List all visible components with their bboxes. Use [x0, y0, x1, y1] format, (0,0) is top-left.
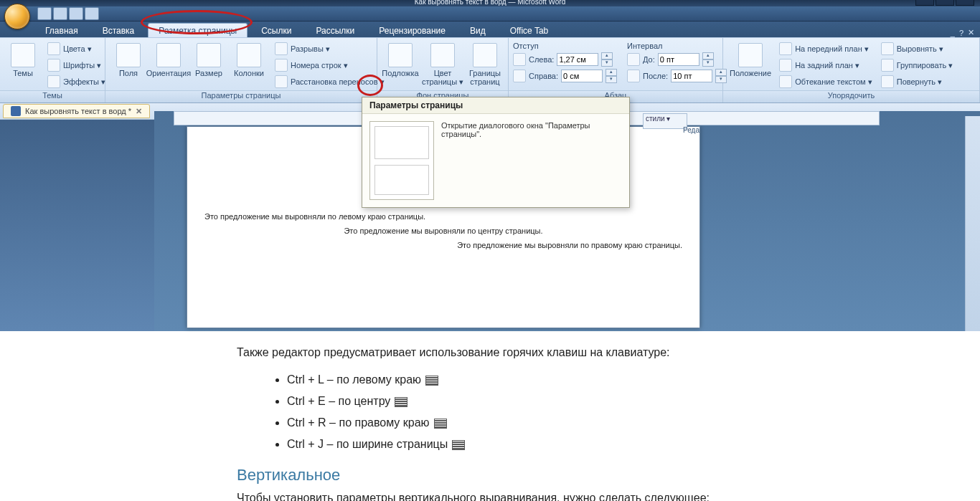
maximize-button[interactable] — [936, 0, 954, 6]
align-button[interactable]: Выровнять ▾ — [878, 41, 956, 57]
ribbon-close-icon[interactable]: ✕ — [968, 28, 974, 37]
spin-up-icon[interactable]: ▴ — [606, 69, 617, 76]
line-numbers-button[interactable]: Номера строк ▾ — [272, 57, 387, 73]
tab-page-layout[interactable]: Разметка страницы — [148, 23, 248, 37]
close-button[interactable] — [956, 0, 974, 6]
theme-fonts-button[interactable]: Шрифты ▾ — [44, 57, 108, 73]
editing-label-fragment: Реда — [683, 126, 699, 134]
qat-save-icon[interactable] — [37, 7, 52, 20]
indent-right-input[interactable] — [561, 70, 603, 82]
list-item: Ctrl + R – по правому краю — [287, 414, 739, 431]
tab-mailings[interactable]: Рассылки — [305, 23, 365, 37]
watermark-icon — [388, 43, 413, 67]
tab-office-tab[interactable]: Office Tab — [499, 23, 560, 37]
columns-label: Колонки — [234, 69, 264, 77]
ribbon-body: Темы Цвета ▾ Шрифты ▾ Эффекты ▾ Темы Пол… — [0, 37, 980, 103]
bring-front-button[interactable]: На передний план ▾ — [776, 41, 875, 57]
line-numbers-label: Номера строк ▾ — [291, 61, 348, 70]
ribbon-help-area: _ ? ✕ — [951, 28, 974, 37]
spin-up-icon[interactable]: ▴ — [702, 52, 714, 59]
office-orb-button[interactable] — [4, 4, 30, 29]
spacing-before-input[interactable] — [658, 53, 699, 66]
hotkey-left: Ctrl + L – по левому краю — [287, 373, 421, 386]
indent-right-row: Справа: ▴▾ — [513, 68, 617, 84]
spacing-after-row: После: ▴▾ — [627, 68, 727, 84]
text-wrap-icon — [779, 75, 792, 88]
qat-undo-icon[interactable] — [53, 7, 67, 20]
columns-icon — [237, 43, 261, 67]
ribbon-minimize-icon[interactable]: _ — [951, 29, 955, 37]
minimize-button[interactable] — [915, 0, 934, 6]
align-center-icon — [395, 397, 407, 407]
text-wrap-button[interactable]: Обтекание текстом ▾ — [776, 74, 875, 90]
vertical-scrollbar[interactable] — [965, 116, 980, 331]
watermark-button[interactable]: Подложка — [382, 41, 419, 80]
group-themes-caption: Темы — [0, 90, 105, 102]
article-heading-vertical: Вертикальное — [237, 463, 739, 487]
tab-references[interactable]: Ссылки — [250, 23, 302, 37]
tab-home[interactable]: Главная — [34, 23, 89, 37]
spin-down-icon[interactable]: ▾ — [606, 76, 617, 83]
spin-down-icon[interactable]: ▾ — [601, 59, 613, 67]
theme-colors-label: Цвета ▾ — [63, 44, 92, 54]
article-intro: Также редактор предусматривает использов… — [237, 344, 739, 361]
article-body: Также редактор предусматривает использов… — [0, 331, 739, 501]
indent-left-icon — [513, 53, 526, 66]
group-obj-label: Группировать ▾ — [897, 61, 953, 70]
font-icon — [47, 59, 60, 72]
rotate-button[interactable]: Повернуть ▾ — [878, 74, 956, 90]
word-screenshot: Как выровнять текст в ворд — Microsoft W… — [0, 0, 980, 331]
page-color-icon — [430, 43, 455, 67]
breaks-button[interactable]: Разрывы ▾ — [272, 41, 387, 57]
watermark-label: Подложка — [382, 69, 418, 77]
tab-review[interactable]: Рецензирование — [368, 23, 456, 37]
group-button[interactable]: Группировать ▾ — [878, 57, 956, 73]
send-back-button[interactable]: На задний план ▾ — [776, 57, 875, 73]
breaks-icon — [275, 42, 288, 55]
window-controls — [915, 0, 974, 6]
margins-button[interactable]: Поля — [110, 41, 147, 80]
hotkey-list: Ctrl + L – по левому краю Ctrl + E – по … — [237, 371, 739, 453]
quick-access-row — [0, 6, 980, 22]
spin-up-icon[interactable]: ▴ — [601, 52, 613, 59]
spacing-after-input[interactable] — [671, 70, 712, 82]
orientation-button[interactable]: Ориентация — [150, 41, 187, 80]
ribbon-help-icon[interactable]: ? — [959, 29, 963, 37]
hyphenation-button[interactable]: Расстановка переносов ▾ — [272, 74, 387, 90]
group-icon — [881, 59, 894, 72]
rotate-label: Повернуть ▾ — [897, 77, 942, 87]
indent-right-label: Справа: — [529, 72, 558, 80]
document-tab[interactable]: Как выровнять текст в ворд * ✕ — [3, 104, 150, 118]
spacing-before-icon — [627, 53, 640, 66]
hyphenation-label: Расстановка переносов ▾ — [291, 77, 385, 87]
sample-right-line: Это предложение мы выровняли по правому … — [187, 238, 699, 252]
themes-label: Темы — [13, 69, 33, 77]
document-tab-close-icon[interactable]: ✕ — [136, 107, 142, 116]
position-button[interactable]: Положение — [727, 41, 773, 80]
page-borders-icon — [473, 43, 497, 67]
theme-fonts-label: Шрифты ▾ — [63, 61, 101, 70]
themes-button[interactable]: Темы — [4, 41, 42, 80]
quick-access-toolbar — [37, 7, 99, 20]
send-back-label: На задний план ▾ — [795, 61, 859, 70]
tab-view[interactable]: Вид — [459, 23, 496, 37]
tab-insert[interactable]: Вставка — [92, 23, 146, 37]
spin-down-icon[interactable]: ▾ — [702, 59, 714, 67]
page-borders-button[interactable]: Границы страниц — [466, 41, 504, 88]
line-numbers-icon — [275, 59, 288, 72]
list-item: Ctrl + L – по левому краю — [287, 371, 739, 388]
styles-dropdown[interactable]: стили ▾ — [643, 113, 687, 129]
qat-redo-icon[interactable] — [69, 7, 83, 20]
theme-colors-button[interactable]: Цвета ▾ — [44, 41, 108, 57]
window-titlebar: Как выровнять текст в ворд — Microsoft W… — [0, 0, 980, 6]
size-button[interactable]: Размер — [190, 41, 227, 80]
qat-more-icon[interactable] — [85, 7, 99, 20]
theme-effects-label: Эффекты ▾ — [63, 77, 105, 87]
indent-left-input[interactable] — [557, 53, 598, 66]
page-setup-tooltip: Параметры страницы Открытие диалогового … — [362, 97, 630, 208]
theme-effects-button[interactable]: Эффекты ▾ — [44, 74, 108, 90]
columns-button[interactable]: Колонки — [230, 41, 268, 80]
page-color-button[interactable]: Цвет страницы ▾ — [422, 41, 463, 88]
tooltip-text: Открытие диалогового окна "Параметры стр… — [441, 121, 622, 200]
align-left-icon — [425, 376, 438, 386]
